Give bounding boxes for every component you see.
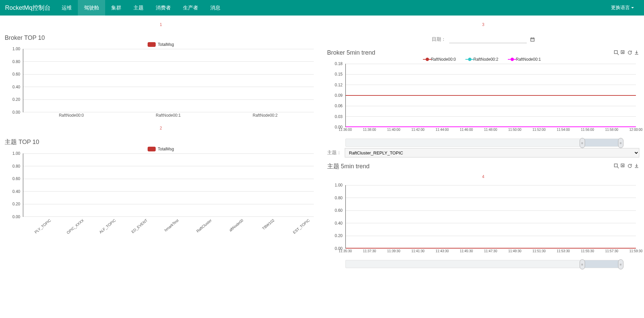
nav-item-consumer[interactable]: 消费者 [150,0,177,16]
chart4[interactable]: 0.000.200.400.600.801.00 11:35:3011:37:3… [327,185,640,256]
zoom-icon[interactable] [614,163,619,169]
chart3[interactable]: 0.000.030.060.090.120.150.18 11:36:0011:… [327,64,640,135]
date-row: 日期： [327,36,640,43]
chart4-toolbox [614,163,639,169]
zoom-reset-icon[interactable] [620,50,626,55]
chart1-legend-item[interactable]: TotalMsg [148,42,174,47]
nav-item-cluster[interactable]: 集群 [105,0,127,16]
chart3-legend: RaftNode00:0 RaftNode00:2 RaftNode00:1 [327,57,640,62]
legend-label: RaftNode00:1 [516,57,541,62]
datazoom-handle-left[interactable]: ≡ [580,138,585,148]
chart3-datazoom[interactable]: ≡ ≡ [345,139,621,147]
legend-dot-icon [426,58,429,61]
topic-label: 主题： [327,150,341,156]
chart1-legend: TotalMsg [5,42,317,47]
section-number-3: 3 [327,22,640,27]
chart3-toolbox [614,50,639,55]
refresh-icon[interactable] [627,50,633,55]
section-number-4: 4 [327,174,640,179]
topic-select[interactable]: RaftCluster_REPLY_TOPIC [345,148,640,157]
datazoom-handle-right[interactable]: ≡ [618,138,623,148]
topic-row: 主题： RaftCluster_REPLY_TOPIC [327,148,640,157]
legend-label: TotalMsg [158,147,174,151]
chart1-title: Broker TOP 10 [5,34,317,41]
navbar: RocketMq控制台 运维 驾驶舱 集群 主题 消费者 生产者 消息 更换语言 [0,0,644,16]
caret-down-icon [631,7,634,8]
legend-swatch-icon [148,147,156,151]
section-number-2: 2 [5,126,317,131]
nav-list: 运维 驾驶舱 集群 主题 消费者 生产者 消息 [56,0,226,16]
datazoom-handle-left[interactable]: ≡ [580,259,585,269]
chart3-legend-item-0[interactable]: RaftNode00:0 [423,57,459,62]
date-input[interactable] [449,36,527,43]
legend-label: RaftNode00:2 [473,57,498,62]
chart2-legend-item[interactable]: TotalMsg [148,147,174,151]
brand: RocketMq控制台 [5,0,56,16]
datazoom-handle-right[interactable]: ≡ [618,259,623,269]
chart2[interactable]: 0.000.200.400.600.801.00 PLY_TOPICOPIC_X… [5,153,317,224]
legend-label: RaftNode00:0 [431,57,456,62]
download-icon[interactable] [634,163,639,169]
nav-item-dashboard[interactable]: 驾驶舱 [78,0,105,16]
section-number-1: 1 [5,22,317,27]
chart1[interactable]: 0.000.200.400.600.801.00 RaftNode00:0Raf… [5,49,317,120]
nav-item-topic[interactable]: 主题 [127,0,150,16]
calendar-icon[interactable] [530,37,535,42]
chart4-datazoom[interactable]: ≡ ≡ [345,260,621,268]
chart3-title: Broker 5min trend [327,49,375,56]
language-dropdown[interactable]: 更换语言 [606,0,639,16]
chart3-legend-item-2[interactable]: RaftNode00:1 [508,57,544,62]
nav-item-message[interactable]: 消息 [204,0,226,16]
language-label: 更换语言 [611,5,630,11]
legend-dot-icon [511,58,514,61]
refresh-icon[interactable] [627,163,633,169]
nav-item-ops[interactable]: 运维 [56,0,78,16]
chart2-legend: TotalMsg [5,147,317,151]
legend-label: TotalMsg [158,42,174,47]
zoom-reset-icon[interactable] [620,163,626,169]
chart3-legend-item-1[interactable]: RaftNode00:2 [465,57,501,62]
chart2-title: 主题 TOP 10 [5,138,317,146]
chart4-title: 主题 5min trend [327,162,370,170]
date-label: 日期： [432,36,446,42]
download-icon[interactable] [634,50,639,55]
legend-dot-icon [468,58,471,61]
svg-rect-0 [614,51,617,54]
zoom-icon[interactable] [614,50,619,55]
nav-item-producer[interactable]: 生产者 [177,0,204,16]
legend-swatch-icon [148,42,156,47]
svg-rect-2 [614,164,617,167]
